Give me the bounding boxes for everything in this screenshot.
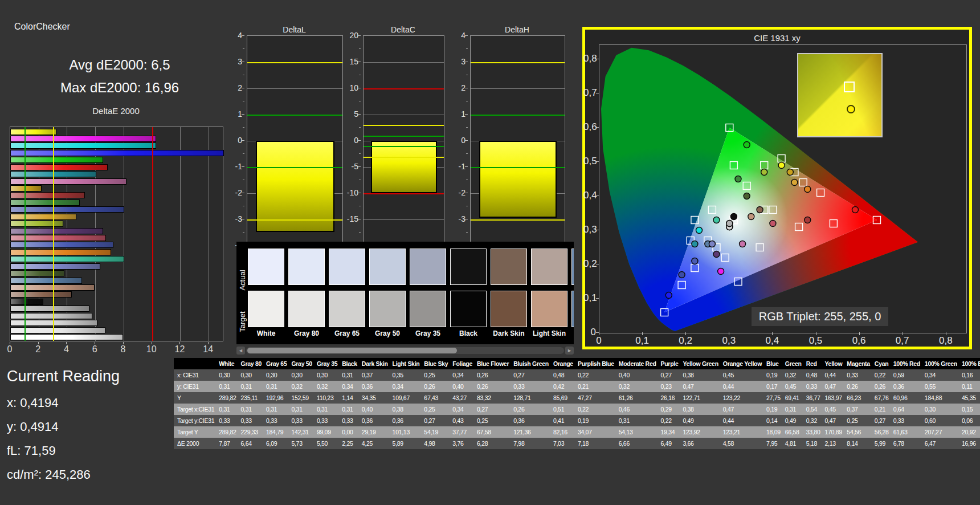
cell-target-y-100pct-green: 207,27 [922, 426, 959, 438]
swatch-target-white [248, 291, 284, 327]
colorchecker-data-table[interactable]: WhiteGray 80Gray 65Gray 50Gray 35BlackDa… [174, 358, 980, 449]
grid-line [209, 127, 209, 341]
cell-x-cie31-moderate-red: 0,40 [616, 369, 659, 381]
axis-tick [465, 88, 468, 88]
cell-target-x-cie31-gray-50: 0,31 [289, 404, 314, 415]
cell-e-2000-black: 2,25 [340, 438, 360, 449]
table-row-x-cie31: x: CIE310,300,300,300,300,300,310,370,35… [174, 369, 980, 381]
axis-tick-label: 0 [7, 344, 13, 355]
cie-zoom-inset [797, 53, 883, 137]
scrollbar-thumb[interactable] [247, 348, 457, 353]
bar-gray-65 [10, 320, 97, 326]
cell-target-y-cie31-100pct-blue: 0,06 [959, 415, 980, 426]
cell-target-x-cie31-100pct-red: 0,64 [891, 404, 922, 415]
cell-target-x-cie31-red: 0,54 [804, 404, 823, 415]
cell-x-cie31-blue: 0,19 [764, 369, 783, 381]
axis-tick [465, 140, 468, 141]
delta-e-chart[interactable] [10, 127, 223, 341]
cell-x-cie31-dark-skin: 0,37 [360, 369, 390, 381]
axis-minor-tick [466, 180, 468, 180]
bar-100pct-magenta [10, 136, 156, 142]
cell-target-y-blue-flower: 67,58 [475, 426, 511, 438]
cell-target-y-foliage: 37,77 [450, 426, 475, 438]
axis-tick-label: 0,3 [722, 335, 736, 347]
swatch-label-blue-sky: Blue Sky [569, 329, 574, 337]
cell-target-y-cie31-white: 0,33 [217, 415, 238, 426]
axis-tick-label: 10 [349, 83, 358, 92]
cell-y-cie31-purplish-blue: 0,21 [575, 381, 616, 392]
row-header: ΔE 2000 [174, 438, 217, 449]
cell-y-cie31-dark-skin: 0,36 [360, 381, 390, 392]
axis-tick-label: 0,5 [583, 156, 596, 167]
cell-target-x-cie31-cyan: 0,21 [872, 404, 891, 415]
actual-circle-cyan [692, 241, 698, 247]
bar-foliage [10, 270, 64, 276]
swatch-scrollbar[interactable]: ◄ ► [236, 347, 574, 355]
col-header-orange-yellow: Orange Yellow [721, 358, 764, 369]
cell-x-cie31-white: 0,30 [217, 369, 238, 381]
axis-tick-label: 10 [146, 344, 157, 355]
reference-line-yellow [247, 62, 342, 63]
grid-line [471, 88, 565, 89]
axis-tick-label: 14 [203, 344, 213, 355]
axis-minor-tick [243, 48, 244, 49]
cell-target-x-cie31-gray-35: 0,31 [315, 404, 340, 415]
cell-e-2000-foliage: 3,76 [450, 438, 475, 449]
cell-x-cie31-yellow-green: 0,38 [680, 369, 720, 381]
actual-circle-red [805, 217, 811, 223]
bar-yellow [10, 185, 42, 192]
axis-minor-tick [466, 206, 468, 206]
actual-circle-magenta [740, 241, 746, 247]
cell-x-cie31-bluish-green: 0,27 [511, 369, 551, 381]
delta-h-chart[interactable] [470, 35, 565, 246]
cell-target-y-cie31-purple: 0,22 [659, 415, 681, 426]
scroll-left-arrow-icon[interactable]: ◄ [236, 347, 245, 355]
cell-e-2000-gray-80: 6,64 [239, 438, 264, 449]
cell-y-cie31-white: 0,31 [217, 381, 238, 392]
cell-target-y-cie31-cyan: 0,27 [872, 415, 891, 426]
delta-l-chart[interactable] [247, 35, 343, 246]
rgb-triplet-readout: RGB Triplet: 255, 255, 0 [752, 307, 888, 326]
cell-x-cie31-gray-35: 0,30 [315, 369, 340, 381]
cell-target-y-cie31-orange: 0,41 [551, 415, 575, 426]
cell-y-magenta: 66,23 [844, 392, 872, 404]
cell-target-y-cie31-dark-skin: 0,36 [360, 415, 390, 426]
cell-target-y-cie31-yellow-green: 0,49 [680, 415, 720, 426]
axis-tick-label: 2 [35, 344, 40, 355]
cell-e-2000-moderate-red: 6,66 [616, 438, 659, 449]
cell-y-cie31-100pct-red: 0,36 [891, 381, 922, 392]
bar-yellow-green [10, 221, 63, 227]
cell-y-blue: 27,75 [764, 392, 783, 404]
delta-c-chart[interactable] [363, 35, 444, 246]
scrollbar-track[interactable] [246, 347, 564, 354]
cell-y-green: 69,41 [783, 392, 804, 404]
cell-target-y-gray-35: 99,09 [315, 426, 340, 438]
axis-tick-label: 0,2 [679, 335, 692, 347]
cie-1931-panel[interactable]: CIE 1931 xy 00,10,20,30,40,50,60,70,80,8… [582, 27, 972, 349]
scroll-right-arrow-icon[interactable]: ► [565, 347, 574, 355]
cell-target-y-cie31-red: 0,32 [804, 415, 823, 426]
cell-x-cie31-red: 0,48 [804, 369, 823, 381]
cell-y-red: 36,77 [804, 392, 823, 404]
reference-line-yellow [471, 62, 565, 63]
axis-tick [242, 219, 244, 219]
cell-y-cie31-blue-flower: 0,26 [475, 381, 511, 392]
cell-target-x-cie31-blue-flower: 0,27 [475, 404, 511, 415]
swatch-comparison-panel[interactable]: Actual Target WhiteGray 80Gray 65Gray 50… [236, 242, 574, 344]
cell-y-cie31-magenta: 0,26 [844, 381, 872, 392]
table-corner-cell [174, 358, 217, 369]
bar-100pct-cyan [10, 142, 156, 149]
reference-line-green [471, 115, 565, 116]
reference-line-yellow [364, 157, 444, 158]
cell-y-cie31-purple: 0,23 [659, 381, 681, 392]
reference-line-yellow [247, 219, 342, 221]
row-header: Target Y [174, 426, 217, 438]
actual-circle-blue [679, 272, 685, 278]
cell-y-100pct-red: 60,96 [891, 392, 922, 404]
cell-target-y-green: 66,58 [783, 426, 804, 438]
cell-y-cie31-black: 0,34 [340, 381, 360, 392]
patch-data-table: WhiteGray 80Gray 65Gray 50Gray 35BlackDa… [174, 358, 980, 449]
axis-minor-tick [243, 232, 244, 233]
cell-target-y-cyan: 56,28 [872, 426, 891, 438]
cell-e-2000-red: 5,18 [804, 438, 823, 449]
